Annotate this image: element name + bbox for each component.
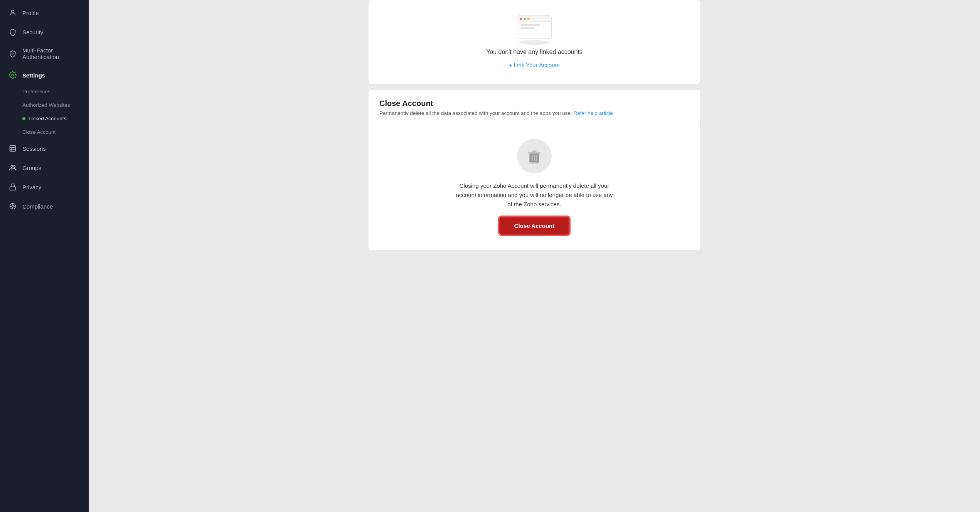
svg-point-6 [11, 165, 13, 167]
browser-shadow [519, 40, 550, 45]
content-area: You don't have any linked accounts + Lin… [361, 0, 708, 250]
mfa-icon [8, 49, 17, 58]
browser-line-1 [520, 24, 540, 26]
sidebar-item-privacy[interactable]: Privacy [0, 177, 89, 197]
settings-icon [8, 71, 17, 79]
browser-titlebar [517, 16, 551, 22]
svg-point-10 [12, 205, 14, 207]
sidebar-item-compliance[interactable]: Compliance [0, 197, 89, 216]
svg-point-1 [12, 74, 14, 76]
close-account-header: Close Account Permanently delete all the… [369, 90, 700, 123]
sidebar-item-groups-label: Groups [22, 165, 41, 171]
trash-illustration [517, 139, 552, 173]
main-content: You don't have any linked accounts + Lin… [89, 0, 980, 512]
browser-window [517, 15, 552, 39]
sidebar-item-security[interactable]: Security [0, 22, 89, 42]
compliance-icon [8, 202, 17, 211]
close-account-desc-text: Permanently delete all the data associat… [379, 110, 572, 116]
svg-point-21 [529, 162, 539, 165]
close-account-title: Close Account [379, 99, 689, 108]
browser-content-area [517, 22, 551, 31]
sidebar-item-sessions-label: Sessions [22, 145, 46, 152]
sidebar-item-profile[interactable]: Profile [0, 3, 89, 22]
groups-icon [8, 163, 17, 172]
sidebar-item-preferences[interactable]: Preferences [0, 85, 89, 98]
preferences-label: Preferences [22, 89, 51, 94]
svg-rect-8 [10, 187, 16, 190]
sidebar-settings-submenu: Preferences Authorized Websites Linked A… [0, 85, 89, 139]
browser-dot-red [520, 18, 522, 20]
sidebar-item-close-account[interactable]: Close Account [0, 125, 89, 139]
sidebar-item-groups[interactable]: Groups [0, 158, 89, 177]
sidebar: Profile Security Multi-Factor Authentica… [0, 0, 89, 512]
sessions-icon [8, 144, 17, 153]
linked-accounts-label: Linked Accounts [29, 116, 66, 121]
sidebar-item-authorized-websites[interactable]: Authorized Websites [0, 98, 89, 112]
link-account-label: + Link Your Account [509, 62, 560, 68]
svg-rect-20 [532, 150, 537, 152]
trash-icon [526, 148, 543, 165]
no-linked-accounts-text: You don't have any linked accounts [486, 49, 583, 56]
authorized-websites-label: Authorized Websites [22, 102, 70, 108]
link-account-button[interactable]: + Link Your Account [509, 62, 560, 68]
linked-accounts-illustration [517, 15, 552, 42]
close-account-body: Closing your Zoho Account will permanent… [369, 123, 700, 250]
security-icon [8, 28, 17, 36]
profile-icon [8, 8, 17, 17]
close-account-card: Close Account Permanently delete all the… [369, 90, 700, 250]
sidebar-item-profile-label: Profile [22, 10, 39, 16]
svg-point-7 [13, 165, 15, 167]
svg-rect-2 [10, 146, 16, 152]
close-account-sub-label: Close Account [22, 129, 56, 135]
sidebar-item-settings-label: Settings [22, 72, 45, 79]
sidebar-item-security-label: Security [22, 29, 43, 35]
close-warning-text: Closing your Zoho Account will permanent… [453, 181, 615, 209]
sidebar-item-sessions[interactable]: Sessions [0, 139, 89, 158]
sidebar-item-mfa-label: Multi-Factor Authentication [22, 47, 80, 60]
refer-help-link[interactable]: Refer help article [574, 110, 613, 116]
browser-line-2 [520, 27, 534, 29]
privacy-icon [8, 183, 17, 191]
sidebar-item-compliance-label: Compliance [22, 203, 53, 210]
linked-accounts-body: You don't have any linked accounts + Lin… [369, 0, 700, 84]
sidebar-item-mfa[interactable]: Multi-Factor Authentication [0, 42, 89, 66]
linked-accounts-card: You don't have any linked accounts + Lin… [369, 0, 700, 84]
browser-dot-yellow [527, 18, 530, 20]
sidebar-item-settings[interactable]: Settings [0, 66, 89, 85]
linked-accounts-dot [22, 117, 25, 120]
close-account-description: Permanently delete all the data associat… [379, 110, 689, 116]
browser-dot-green [524, 18, 526, 20]
sidebar-item-linked-accounts[interactable]: Linked Accounts [0, 112, 89, 125]
close-account-button[interactable]: Close Account [499, 217, 569, 235]
svg-point-0 [12, 10, 14, 13]
sidebar-item-privacy-label: Privacy [22, 184, 41, 190]
